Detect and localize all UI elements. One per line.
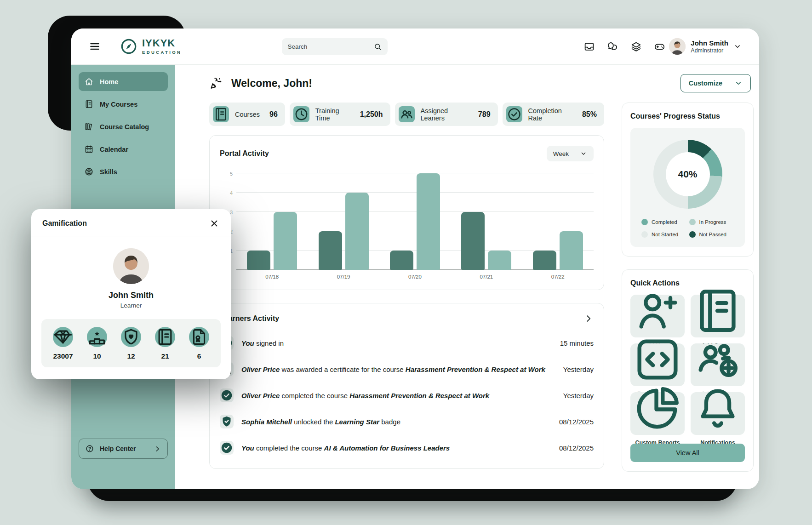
bar-group	[461, 212, 511, 270]
learners-activity-card: Learners Activity You signed in 15 minut…	[209, 303, 604, 469]
bar-dark	[247, 251, 270, 270]
user-menu[interactable]: John Smith Adminstrator	[669, 38, 742, 55]
progress-status-card: Courses' Progress Status 40%	[622, 103, 754, 257]
gamification-stat: 23007	[48, 327, 78, 360]
activity-row: You signed in 15 minutes	[220, 336, 594, 350]
chat-icon	[607, 41, 618, 52]
legend-label: Not Passed	[699, 232, 726, 237]
x-axis-label: 07/18	[247, 274, 297, 280]
add-groups-icon	[691, 332, 745, 387]
header-icon-button[interactable]	[583, 41, 595, 52]
activity-text: Oliver Price completed the course Harass…	[241, 392, 489, 399]
help-icon	[85, 444, 94, 453]
stat-card: Training Time 1,250h	[290, 103, 390, 126]
search-input[interactable]	[287, 43, 373, 50]
legend-item: Completed	[641, 219, 686, 225]
quick-action-tile[interactable]: Add Course	[691, 295, 745, 337]
user-name: John Smith	[691, 39, 728, 47]
activity-time: Yesterday	[554, 392, 594, 399]
x-axis-label: 07/19	[318, 274, 369, 280]
sidebar-item[interactable]: Skills	[79, 162, 168, 181]
week-range-select[interactable]: Week	[547, 146, 594, 161]
x-axis-labels: 07/1807/1907/2007/2107/22	[236, 274, 594, 280]
legend-dot	[641, 231, 648, 238]
quick-action-tile[interactable]: Portal Settings	[630, 343, 685, 386]
clock-icon	[293, 106, 309, 122]
bar-light	[488, 251, 511, 270]
quick-action-tile[interactable]: Custom Reports	[630, 392, 685, 435]
avatar-photo[interactable]	[669, 38, 686, 55]
legend-dot	[689, 219, 696, 225]
gamification-stat-value: 6	[197, 352, 201, 360]
x-axis-label: 07/21	[461, 274, 512, 280]
sidebar-help-center[interactable]: Help Center	[79, 439, 168, 459]
activity-text: Sophia Mitchell unlocked the Learning St…	[241, 418, 400, 426]
quick-action-tile[interactable]: Add Users	[630, 295, 685, 337]
compass-icon	[120, 38, 137, 55]
view-all-button[interactable]: View All	[630, 444, 745, 462]
sidebar-item[interactable]: My Courses	[79, 95, 168, 114]
bar-group	[247, 212, 297, 270]
brand-subtitle: EDUCATION	[142, 50, 182, 55]
gem-icon	[53, 327, 73, 347]
header-icon-button[interactable]	[607, 41, 618, 52]
chevron-down-icon	[580, 150, 587, 157]
stat-card: Courses 96	[209, 103, 285, 126]
hamburger-icon[interactable]	[89, 40, 101, 52]
portal-settings-icon	[630, 332, 685, 387]
gamification-stats: 23007 10 12 21 6	[41, 319, 221, 367]
portal-activity-title: Portal Activity	[220, 149, 269, 158]
donut-legend: Completed In Progress Not Started	[638, 219, 738, 238]
quick-action-tile[interactable]: Add Groups	[691, 343, 745, 386]
stat-value: 85%	[582, 110, 597, 119]
layers-icon	[630, 41, 642, 52]
add-user-icon	[630, 284, 685, 338]
calendar-icon	[84, 144, 94, 154]
brand-logo: IYKYK EDUCATION	[120, 38, 182, 55]
stat-value: 789	[478, 110, 491, 119]
legend-label: Not Started	[652, 232, 678, 237]
search-icon[interactable]	[373, 42, 382, 51]
certificate-icon	[189, 327, 209, 347]
progress-status-title: Courses' Progress Status	[630, 112, 745, 120]
brand-name: IYKYK	[142, 38, 182, 48]
activity-text: You completed the course AI & Automation…	[241, 444, 450, 452]
gamification-stat: 21	[150, 327, 180, 360]
shield-heart-icon	[121, 327, 141, 347]
header-icon-button[interactable]	[654, 41, 665, 52]
activity-row: You completed the course AI & Automation…	[220, 441, 594, 455]
inbox-icon	[583, 41, 595, 52]
legend-dot	[641, 219, 648, 225]
quick-action-tile[interactable]: Notifications	[691, 392, 745, 435]
donut-center-value: 40%	[678, 169, 697, 180]
activity-time: 08/12/2025	[550, 418, 594, 426]
gamification-modal: Gamification John Smith Learner 23007 10…	[31, 209, 231, 379]
gamification-stat-value: 23007	[53, 352, 73, 360]
legend-item: In Progress	[689, 219, 734, 225]
customize-button[interactable]: Customize	[680, 74, 751, 92]
chevron-right-icon[interactable]	[583, 314, 594, 324]
search-bar[interactable]	[282, 38, 388, 55]
legend-dot	[689, 231, 696, 238]
chevron-down-icon	[734, 79, 743, 87]
sidebar-item-label: Course Catalog	[100, 123, 149, 131]
sidebar-item[interactable]: Calendar	[79, 140, 168, 159]
sidebar-item-label: My Courses	[100, 101, 137, 108]
portal-activity-card: Portal Activity Week 54321	[209, 135, 604, 290]
check-circle-solid-icon	[220, 388, 234, 402]
add-course-icon	[691, 284, 745, 338]
chevron-down-icon[interactable]	[733, 42, 742, 51]
custom-reports-icon	[630, 381, 685, 435]
bar-dark	[319, 231, 342, 270]
bar-light	[274, 212, 297, 270]
header-icon-button[interactable]	[630, 41, 642, 52]
activity-time: 08/12/2025	[550, 444, 594, 452]
close-icon[interactable]	[209, 218, 220, 229]
users-icon	[399, 106, 415, 122]
sidebar-item[interactable]: Course Catalog	[79, 117, 168, 136]
activity-text: You signed in	[241, 339, 284, 347]
gamification-stat-value: 21	[161, 352, 169, 360]
sidebar-item[interactable]: Home	[79, 72, 168, 91]
party-icon	[209, 76, 223, 90]
header-actions	[583, 41, 665, 52]
